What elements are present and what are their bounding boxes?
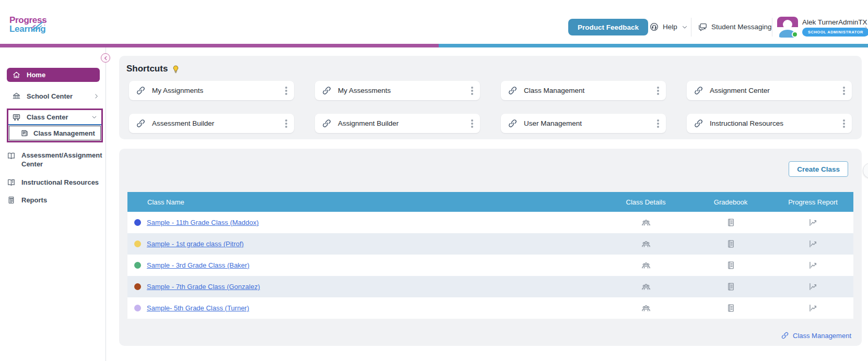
sidebar-item-reports[interactable]: Reports	[7, 195, 102, 205]
sidebar-item-school-center[interactable]: School Center	[7, 91, 102, 101]
class-center-divider	[8, 124, 101, 125]
link-icon	[781, 331, 789, 340]
progress-report-icon[interactable]	[808, 239, 818, 249]
gradebook-icon[interactable]	[726, 303, 736, 313]
user-role-badge: SCHOOL ADMINISTRATOR	[802, 28, 868, 37]
online-status-dot	[792, 31, 798, 38]
class-name-link[interactable]: Sample - 3rd Grade Class (Baker)	[147, 261, 250, 269]
shortcut-card-class-management[interactable]: Class Management	[501, 81, 666, 100]
sidebar-class-center-label: Class Center	[27, 113, 68, 121]
avatar-head	[783, 20, 792, 29]
shortcut-card-user-management[interactable]: User Management	[501, 114, 666, 133]
progress-report-icon[interactable]	[808, 303, 818, 313]
class-details-icon[interactable]	[641, 218, 651, 228]
classroom-board-icon	[12, 113, 21, 122]
gradebook-icon[interactable]	[726, 239, 736, 249]
gradebook-icon[interactable]	[726, 260, 736, 270]
class-details-icon[interactable]	[641, 239, 651, 249]
link-icon	[322, 118, 332, 128]
class-color-dot	[134, 219, 141, 226]
shortcut-label: User Management	[524, 119, 582, 127]
gradebook-icon[interactable]	[726, 218, 736, 227]
column-header-class-name: Class Name	[127, 198, 603, 206]
table-row: Sample - 1st grade class (Pitrof)	[127, 233, 853, 255]
sidebar-home-label: Home	[27, 71, 45, 79]
shortcut-card-assessment-builder[interactable]: Assessment Builder	[129, 114, 294, 133]
class-name-link[interactable]: Sample - 1st grade class (Pitrof)	[147, 240, 244, 248]
create-class-button[interactable]: Create Class	[789, 161, 848, 177]
help-menu[interactable]: Help	[649, 22, 688, 32]
kebab-menu-icon[interactable]	[285, 123, 287, 125]
kebab-menu-icon[interactable]	[657, 90, 659, 92]
class-details-icon[interactable]	[641, 260, 651, 271]
school-building-icon	[12, 92, 21, 101]
progress-report-icon[interactable]	[808, 218, 818, 227]
shortcut-label: My Assessments	[338, 87, 391, 94]
sidebar-item-assessment-assignment-center[interactable]: Assessment/Assignment Center	[7, 151, 102, 169]
shortcut-label: My Assignments	[152, 87, 203, 94]
sidebar-item-home[interactable]: Home	[7, 68, 100, 82]
kebab-menu-icon[interactable]	[843, 90, 845, 92]
class-color-dot	[134, 283, 141, 290]
lightbulb-icon	[172, 65, 180, 74]
shortcut-card-instructional-resources[interactable]: Instructional Resources	[687, 114, 852, 133]
chevron-down-icon	[681, 23, 688, 31]
class-name-link[interactable]: Sample- 5th Grade Class (Turner)	[147, 304, 249, 312]
shortcut-card-assignment-builder[interactable]: Assignment Builder	[315, 114, 480, 133]
kebab-menu-icon[interactable]	[657, 123, 659, 125]
brand-logo[interactable]: Progress Learning	[9, 16, 46, 33]
link-icon	[322, 86, 332, 95]
class-management-footer-link[interactable]: Class Management	[781, 331, 851, 340]
shortcuts-title: Shortcuts	[126, 64, 168, 74]
accent-bar-teal	[439, 44, 868, 47]
product-feedback-button[interactable]: Product Feedback	[568, 19, 648, 35]
user-name: Alek TurnerAdminTX	[802, 18, 867, 26]
student-messaging-button[interactable]: Student Messaging	[698, 22, 772, 32]
shortcut-label: Class Management	[524, 87, 584, 94]
kebab-menu-icon[interactable]	[471, 123, 473, 125]
sidebar-class-management-label: Class Management	[33, 129, 95, 137]
shortcut-label: Assignment Center	[710, 87, 770, 94]
sidebar-item-instructional-resources[interactable]: Instructional Resources	[7, 177, 102, 187]
progress-report-icon[interactable]	[808, 282, 818, 292]
shortcut-card-my-assignments[interactable]: My Assignments	[129, 81, 294, 100]
kebab-menu-icon[interactable]	[285, 90, 287, 92]
kebab-menu-icon[interactable]	[471, 90, 473, 92]
class-management-footer-label: Class Management	[793, 332, 851, 340]
column-header-progress-report: Progress Report	[772, 198, 853, 206]
help-label: Help	[663, 23, 677, 31]
student-messaging-label: Student Messaging	[711, 23, 772, 31]
class-name-link[interactable]: Sample - 11th Grade Class (Maddox)	[147, 219, 259, 226]
sidebar-collapse-button[interactable]	[101, 53, 110, 63]
class-color-dot	[134, 240, 141, 247]
progress-learning-app: Progress Learning Product Feedback Help …	[0, 0, 868, 361]
sidebar-item-class-center[interactable]: Class Center	[8, 110, 101, 124]
classes-panel: Create Class Class Name Class Details Gr…	[119, 149, 862, 346]
sidebar-item-class-management[interactable]: Class Management	[9, 126, 101, 140]
help-support-icon	[649, 22, 659, 32]
progress-report-icon[interactable]	[808, 260, 818, 270]
class-color-dot	[134, 305, 141, 311]
chevron-right-icon	[93, 93, 100, 100]
sidebar-reports-label: Reports	[21, 196, 47, 204]
shortcut-card-assignment-center[interactable]: Assignment Center	[687, 81, 852, 100]
header-divider	[691, 18, 691, 37]
column-header-gradebook: Gradebook	[689, 198, 772, 206]
sidebar-school-center-label: School Center	[27, 92, 73, 100]
sidebar-assessment-assignment-label: Assessment/Assignment Center	[21, 151, 95, 169]
classes-table: Class Name Class Details Gradebook Progr…	[127, 192, 853, 319]
shortcut-label: Assessment Builder	[152, 119, 214, 127]
user-menu-chevron-icon[interactable]	[863, 25, 868, 31]
class-details-icon[interactable]	[641, 303, 651, 314]
class-details-icon[interactable]	[641, 282, 651, 292]
report-document-icon	[7, 196, 16, 204]
shortcut-label: Assignment Builder	[338, 119, 398, 127]
news-document-icon	[20, 129, 29, 137]
shortcut-card-my-assessments[interactable]: My Assessments	[315, 81, 480, 100]
kebab-menu-icon[interactable]	[843, 123, 845, 125]
class-name-link[interactable]: Sample - 7th Grade Class (Gonzalez)	[147, 283, 260, 291]
gradebook-icon[interactable]	[726, 282, 736, 292]
link-icon	[508, 118, 518, 128]
book-info-icon	[7, 178, 16, 187]
edge-floating-button[interactable]	[863, 163, 868, 178]
